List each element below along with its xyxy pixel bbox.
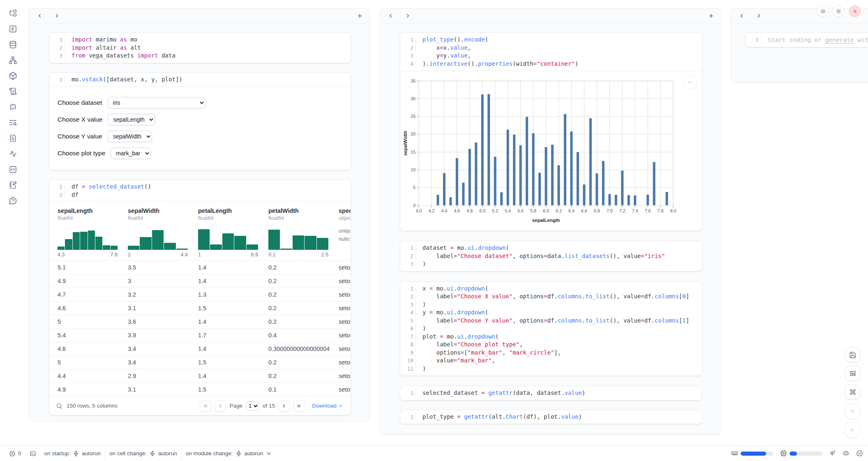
function-square-icon[interactable] [8,24,18,34]
column-name[interactable]: sepalWidth [128,207,198,214]
search-icon[interactable] [56,403,62,409]
code-editor[interactable]: 1x = mo.ui.dropdown(2 label="Choose X va… [400,282,702,376]
svg-text:sepalWidth: sepalWidth [403,131,408,156]
table-cell: setosa [339,332,351,339]
run-button[interactable] [844,422,861,438]
layout-button[interactable] [845,366,860,381]
save-button[interactable] [845,347,860,362]
prev-page-button[interactable] [215,400,226,412]
copilot-bot-button[interactable] [843,450,850,457]
add-cell-button[interactable] [707,12,715,20]
autorun-setting[interactable]: on startup:autorun [40,450,105,457]
table-cell: 3.4 [128,346,198,352]
chevron-right-icon[interactable] [53,12,60,20]
package-icon[interactable] [8,71,18,81]
command-palette-button[interactable] [845,384,860,399]
page-select[interactable]: 1 [246,401,259,410]
help-circle-icon[interactable] [8,196,18,205]
generate-link[interactable]: generate [825,37,854,43]
dataframe-table: sepalLengthfloat644.37.9sepalWidthfloat6… [49,202,351,415]
autorun-label: on cell change: [109,450,147,456]
choose-y-value-select[interactable]: sepalWidth [108,131,152,142]
next-page-button[interactable] [278,400,290,412]
chevron-left-icon[interactable] [36,12,43,20]
column-histogram [128,225,188,250]
table-row: 5.43.91.70.4setosa [49,328,351,342]
text-search-icon[interactable] [8,118,18,127]
close-button[interactable] [849,5,861,17]
notebook-pen-icon[interactable] [8,180,18,190]
code-editor[interactable]: 1plot_type = getattr(alt.Chart(df), plot… [400,410,702,424]
activity-icon[interactable] [8,149,18,159]
table-cell: 0.2 [268,291,339,298]
table-cell: setosa [339,359,351,366]
table-cell: 1.5 [198,359,268,366]
dependency-graph-icon[interactable] [8,55,18,65]
code-snippet-icon[interactable] [8,164,18,174]
line-number: 3 [400,260,416,268]
table-cell: 0.2 [268,359,339,366]
line-number: 3 [400,301,416,309]
line-number: 1 [746,36,761,44]
download-button[interactable]: Download [312,403,343,409]
zap-icon [149,450,156,457]
code-editor[interactable]: 1selected_dataset = getattr(data, datase… [400,386,702,400]
chevron-right-icon[interactable] [404,12,411,20]
code-editor[interactable]: 1plot_type().encode(2 x=x.value,3 y=y.va… [400,33,702,71]
last-page-button[interactable] [293,400,305,412]
chevron-right-icon[interactable] [755,12,762,20]
column-name[interactable]: petalWidth [268,207,339,214]
autorun-value: autorun [245,450,263,456]
row-count: 150 rows, 5 columns [67,403,118,409]
svg-text:7.8: 7.8 [658,208,664,213]
cell-empty-editor[interactable]: 1 Start coding or generate with AI [745,32,868,47]
scroll-text-icon[interactable] [8,86,18,96]
file-text-icon[interactable] [8,133,18,143]
panel-right: 1 Start coding or generate with AI [731,8,868,83]
svg-text:5.4: 5.4 [505,208,511,213]
add-cell-button[interactable] [356,12,363,20]
choose-dataset-select[interactable]: iris [108,97,205,108]
connection-status-button[interactable] [856,450,863,457]
column-histogram [58,225,118,250]
table-cell: 3.9 [128,332,198,339]
database-icon[interactable] [8,39,18,49]
column-name[interactable]: sepalLength [58,207,128,214]
bar-chart[interactable]: 4.04.24.44.64.85.05.25.45.65.86.06.26.46… [402,76,696,225]
chevron-left-icon[interactable] [387,12,394,20]
chart-actions-button[interactable] [683,75,697,89]
column-name[interactable]: petalLength [198,207,268,214]
choose-plot-type-select[interactable]: mark_bar [111,148,151,159]
code-editor[interactable]: 1df = selected_dataset()2df [49,180,351,202]
table-row: 5.13.51.40.2setosa [49,260,351,274]
menu-button[interactable] [817,5,829,17]
terminal-button[interactable] [25,450,40,457]
chevron-down-icon [265,450,272,457]
column-dtype: float64 [58,215,128,221]
column-stats: unique:nulls: [339,227,351,243]
error-counter[interactable]: 0 [5,450,25,457]
table-cell: 4.9 [58,386,128,393]
code-editor[interactable]: 1mo.vstack([dataset, x, y, plot]) [49,73,351,87]
choose-x-value-select[interactable]: sepalLength [108,114,155,125]
table-cell: 0.1 [268,386,339,393]
chat-bot-icon[interactable] [8,102,18,112]
marimo-app: 1import marimo as mo2import altair as al… [0,0,868,461]
ai-sparkles-button[interactable] [829,450,836,457]
code-editor[interactable]: 1import marimo as mo2import altair as al… [49,33,351,63]
autorun-setting[interactable]: on module change:autorun [182,450,277,457]
chevron-left-icon[interactable] [738,12,745,20]
stop-button[interactable] [844,403,861,420]
column-dtype: float64 [268,215,339,221]
file-tree-icon[interactable] [8,8,18,18]
code-editor[interactable]: 1dataset = mo.ui.dropdown(2 label="Choos… [400,241,702,271]
table-cell: 2.9 [128,373,198,379]
dropdown-label: Choose plot type [58,150,105,157]
autorun-setting[interactable]: on cell change:autorun [105,450,181,457]
cell-vstack: 1mo.vstack([dataset, x, y, plot]) Choose… [49,72,351,171]
line-number: 1 [400,244,416,252]
svg-text:7.0: 7.0 [607,208,613,213]
settings-gear-button[interactable] [833,5,844,17]
column-name[interactable]: species [339,207,351,214]
first-page-button[interactable] [200,400,211,412]
